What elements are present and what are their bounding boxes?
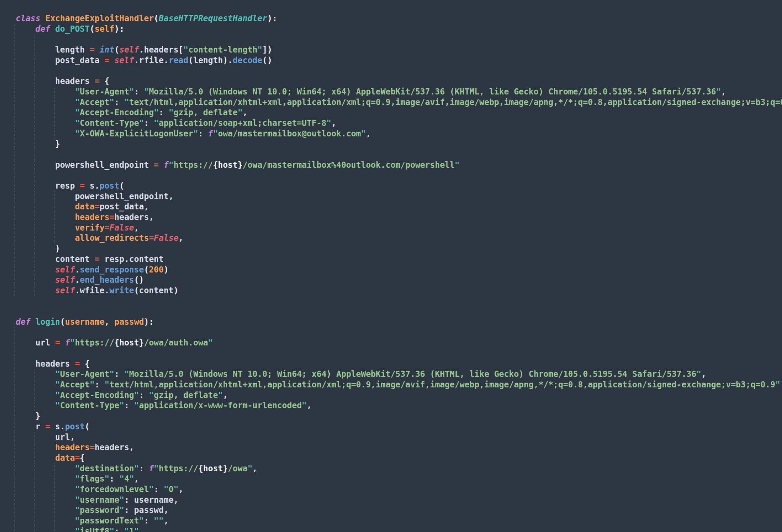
- code-line: url = f"https://{host}/owa/auth.owa": [16, 338, 782, 348]
- indent-guide: [54, 223, 55, 233]
- token-text: url: [16, 338, 55, 348]
- token-text: [16, 286, 55, 295]
- token-text: .headers: [139, 45, 179, 55]
- token-text: post_data,: [100, 202, 149, 211]
- indent-guide: [34, 233, 35, 243]
- code-line: length = int(self.headers["content-lengt…: [16, 45, 782, 55]
- token-fstr: f: [163, 160, 168, 170]
- indent-guide: [34, 45, 35, 55]
- token-q: ": [169, 108, 173, 117]
- token-base: BaseHTTPRequestHandler: [159, 14, 267, 23]
- token-text: ,: [164, 516, 169, 526]
- token-text: ,: [243, 108, 247, 117]
- token-q: ": [149, 485, 154, 494]
- token-text: :: [144, 118, 154, 128]
- token-brk: (: [90, 24, 95, 34]
- indent-guide: [14, 411, 15, 422]
- indent-guide: [34, 432, 35, 443]
- indent-guide: [54, 191, 55, 202]
- token-str: Content-Type: [80, 118, 139, 128]
- token-str: isUtf8: [80, 527, 110, 532]
- code-line: [16, 65, 782, 76]
- token-op: =: [75, 359, 80, 369]
- token-brk: {: [80, 453, 85, 463]
- indent-guide: [34, 453, 35, 463]
- indent-guide: [34, 170, 35, 181]
- token-text: [110, 56, 114, 65]
- token-text: [16, 485, 75, 494]
- token-str: Accept: [60, 380, 90, 389]
- token-text: [16, 202, 75, 211]
- code-line: r = s.post(: [16, 422, 782, 432]
- token-str: passwordText: [80, 516, 139, 526]
- token-str: https://: [159, 464, 198, 473]
- token-brk: ):: [267, 14, 277, 23]
- indent-guide: [14, 432, 15, 443]
- code-line: data={: [16, 453, 782, 463]
- token-q: ": [119, 474, 124, 484]
- token-op: =: [90, 443, 95, 452]
- token-interp: {host}: [198, 464, 228, 473]
- indent-guide: [34, 212, 35, 223]
- token-text: [50, 24, 55, 34]
- indent-guide: [14, 484, 15, 495]
- token-op: =: [90, 45, 95, 55]
- token-kwarg: allow_redirects: [75, 233, 149, 243]
- token-kwarg: data: [75, 202, 95, 211]
- token-brk: (: [188, 56, 193, 65]
- indent-guide: [34, 390, 35, 401]
- token-brk: (: [114, 45, 119, 55]
- token-q: ": [129, 87, 134, 97]
- token-str: password: [80, 505, 119, 515]
- token-q: ": [139, 516, 144, 526]
- indent-guide: [34, 202, 35, 212]
- indent-guide: [14, 495, 15, 505]
- token-red: self: [114, 56, 134, 65]
- token-q: ": [134, 527, 139, 532]
- token-q: ": [696, 369, 701, 379]
- token-q: ": [55, 390, 60, 400]
- token-text: :: [114, 369, 124, 379]
- indent-guide: [14, 107, 15, 118]
- indent-guide: [14, 139, 15, 149]
- indent-guide: [54, 516, 55, 526]
- token-param: self: [95, 24, 114, 34]
- code-line: powershell_endpoint,: [16, 191, 782, 202]
- code-line: }: [16, 411, 782, 422]
- token-q: ": [134, 390, 139, 400]
- indent-guide: [14, 327, 15, 338]
- token-text: r: [16, 422, 45, 431]
- token-text: [30, 317, 35, 327]
- code-line: resp = s.post(: [16, 181, 782, 191]
- token-brk: ): [223, 56, 228, 65]
- token-q: ": [183, 45, 188, 55]
- token-op: =: [149, 233, 154, 243]
- token-q: ": [119, 505, 124, 515]
- token-text: : passwd,: [124, 505, 169, 515]
- token-text: [16, 129, 75, 138]
- code-line: headers = {: [16, 76, 782, 87]
- code-line: verify=False,: [16, 223, 782, 233]
- indent-guide: [34, 463, 35, 474]
- indent-guide: [34, 275, 35, 285]
- code-editor[interactable]: class ExchangeExploitHandler(BaseHTTPReq…: [0, 0, 782, 532]
- token-text: [16, 464, 75, 473]
- token-text: :: [139, 390, 149, 400]
- token-text: [16, 244, 55, 253]
- indent-guide: [14, 422, 15, 432]
- token-str: username: [80, 495, 119, 505]
- code-line: self.wfile.write(content): [16, 285, 782, 296]
- token-op: =: [95, 202, 99, 211]
- indent-guide: [14, 76, 15, 87]
- token-text: [16, 380, 55, 389]
- token-text: powershell_endpoint,: [16, 192, 173, 201]
- indent-guide: [14, 45, 15, 55]
- token-text: :: [154, 485, 164, 494]
- indent-guide: [14, 265, 15, 275]
- indent-guide: [14, 254, 15, 265]
- indent-guide: [34, 55, 35, 66]
- token-text: :: [110, 474, 119, 484]
- token-text: [95, 45, 99, 55]
- token-text: [40, 14, 45, 23]
- code-line: "flags": "4",: [16, 474, 782, 484]
